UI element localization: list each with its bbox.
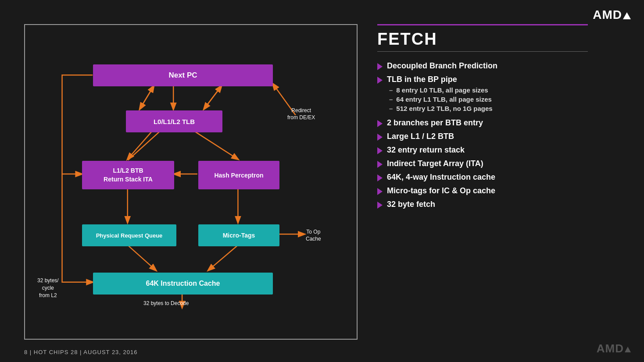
footer-text: 8 | HOT CHIPS 28 | AUGUST 23, 2016 (24, 349, 138, 355)
svg-line-7 (128, 245, 156, 270)
bullet-triangle-5 (377, 147, 383, 154)
svg-line-3 (128, 132, 160, 160)
bullet-list: Decoupled Branch Prediction TLB in the B… (377, 61, 627, 209)
bullet-ita: Indirect Target Array (ITA) (377, 159, 627, 168)
redirect-label: Redirectfrom DE/EX (287, 107, 315, 121)
svg-line-15 (204, 86, 222, 109)
bullet-microtags: Micro-tags for IC & Op cache (377, 186, 627, 195)
bullet-32byte-fetch: 32 byte fetch (377, 200, 627, 209)
svg-line-1 (128, 132, 152, 160)
tlb-box: L0/L1/L2 TLB (126, 110, 222, 132)
diagram-inner: Next PC L0/L1/L2 TLB L1/L2 BTBReturn Sta… (25, 25, 357, 339)
purple-accent-line (377, 24, 588, 25)
bullet-triangle-9 (377, 202, 383, 209)
icache-box: 64K Instruction Cache (93, 273, 273, 295)
bullet-triangle-3 (377, 120, 383, 127)
bullet-triangle-4 (377, 134, 383, 141)
bullet-tlb: TLB in the BP pipe 8 entry L0 TLB, all p… (377, 75, 627, 114)
svg-line-2 (195, 132, 238, 160)
gray-separator (377, 51, 588, 52)
bullet-2branches: 2 branches per BTB entry (377, 118, 627, 128)
svg-line-8 (208, 245, 238, 270)
bullet-64k: 64K, 4-way Instruction cache (377, 173, 627, 182)
microtags-box: Micro-Tags (198, 224, 279, 246)
fetch-title: FETCH (377, 30, 627, 49)
prq-box: Physical Request Queue (82, 224, 176, 246)
sub-item-2: 64 entry L1 TLB, all page sizes (389, 96, 493, 103)
bullet-triangle-6 (377, 161, 383, 168)
sub-item-1: 8 entry L0 TLB, all page sizes (389, 86, 493, 94)
bullet-triangle-2 (377, 77, 383, 84)
footer-amd-logo: AMD (597, 342, 631, 355)
bullet-triangle-8 (377, 188, 383, 195)
bullet-large-btb: Large L1 / L2 BTB (377, 132, 627, 141)
svg-line-13 (140, 86, 154, 109)
to-op-cache-label: To OpCache (306, 229, 321, 242)
bullet-triangle-7 (377, 174, 383, 181)
content-area: FETCH Decoupled Branch Prediction TLB in… (377, 24, 627, 213)
bullet-decoupled: Decoupled Branch Prediction (377, 61, 627, 71)
amd-logo: AMD (593, 8, 631, 22)
diagram-container: Next PC L0/L1/L2 TLB L1/L2 BTBReturn Sta… (24, 24, 358, 340)
btb-box: L1/L2 BTBReturn Stack ITA (82, 161, 174, 189)
bullet-triangle-1 (377, 63, 383, 70)
32bytes-decode-label: 32 bytes to Decode (143, 300, 189, 307)
next-pc-box: Next PC (93, 64, 273, 86)
32bytes-label: 32 bytes/cyclefrom L2 (37, 277, 59, 299)
sub-item-3: 512 entry L2 TLB, no 1G pages (389, 105, 493, 112)
hash-perceptron-box: Hash Perceptron (198, 161, 279, 189)
svg-line-16 (204, 86, 222, 109)
bullet-32entry: 32 entry return stack (377, 146, 627, 155)
tlb-sub-list: 8 entry L0 TLB, all page sizes 64 entry … (389, 86, 493, 112)
svg-line-14 (140, 86, 154, 109)
